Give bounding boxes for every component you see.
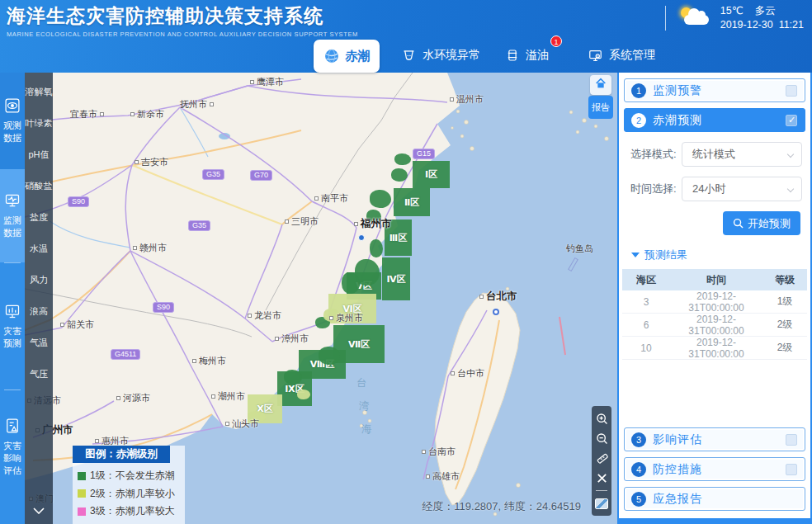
sidebar-item-disaster-forecast[interactable]: 灾害预测 (0, 262, 25, 389)
chevron-down-icon (787, 186, 794, 192)
sidebar-item-observation-data[interactable]: 观测数据 (0, 73, 25, 169)
right-panel: 1 监测预警 2 赤潮预测 选择模式: 统计模式 时间选择: 24小时 (617, 73, 812, 524)
clear-icon[interactable] (592, 468, 611, 488)
tab-oil-spill[interactable]: 溢油 1 (505, 43, 549, 68)
strait-label-char: 湾 (359, 399, 370, 413)
legend-swatch (78, 489, 86, 498)
forecast-results-header[interactable]: 预测结果 (631, 248, 810, 262)
map-canvas[interactable]: Ⅰ区Ⅱ区Ⅲ区Ⅳ区Ⅴ区Ⅵ区Ⅶ区Ⅷ区Ⅸ区Ⅹ区 鹰潭市抚州市宜春市新余市吉安市南平市三… (25, 73, 617, 524)
submenu-item-气温[interactable]: 气温 (25, 327, 53, 358)
report-button[interactable]: 报告 (588, 96, 613, 119)
step-checkbox[interactable] (786, 115, 797, 126)
island-label: 钓鱼岛 (566, 243, 593, 255)
mode-select[interactable]: 统计模式 (682, 142, 802, 167)
submenu-item-pH值[interactable]: pH值 (25, 139, 53, 170)
tab-label: 水环境异常 (423, 48, 480, 63)
legend-title: 图例：赤潮级别 (73, 446, 170, 463)
monitor-pulse-icon (4, 192, 21, 209)
step-label: 应急报告 (653, 492, 702, 507)
submenu-item-浪高[interactable]: 浪高 (25, 295, 53, 327)
weather-widget: 15℃多云 2019-12-30 11:21 (665, 4, 804, 32)
panel-bottom-bar (619, 518, 810, 524)
sidebar-item-label: 观测数据 (2, 120, 22, 144)
step-checkbox[interactable] (786, 85, 797, 97)
step-checkbox[interactable] (786, 464, 797, 475)
zoom-in-icon[interactable] (592, 408, 611, 428)
oil-barrel-icon (505, 48, 520, 63)
results-table-header: 海区 时间 等级 (622, 269, 807, 290)
tab-label: 溢油 (526, 48, 549, 63)
tab-label: 系统管理 (609, 48, 655, 63)
sidebar-item-monitoring-data[interactable]: 监测数据 (0, 169, 25, 262)
zoom-out-icon[interactable] (592, 428, 611, 448)
weather-date-line: 2019-12-30 11:21 (720, 18, 804, 32)
step-control-measures[interactable]: 4 防控措施 (624, 457, 805, 481)
results-table-row: 102019-12-31T00:00:002级 (622, 337, 807, 360)
legend-swatch (78, 472, 86, 480)
submenu-item-溶解氧[interactable]: 溶解氧 (25, 76, 53, 107)
toolbar-divider (596, 490, 607, 491)
step-number-badge: 4 (631, 462, 646, 477)
step-emergency-report[interactable]: 5 应急报告 (624, 487, 805, 511)
time-select[interactable]: 24小时 (682, 177, 802, 201)
step-number-badge: 2 (631, 113, 646, 128)
legend-item: 2级：赤潮几率较小 (78, 487, 175, 501)
step-number-badge: 5 (631, 492, 646, 507)
strait-label-char: 台 (356, 376, 367, 390)
mode-label: 选择模式: (630, 147, 682, 162)
submenu-item-气压[interactable]: 气压 (25, 358, 53, 389)
submenu-item-硝酸盐[interactable]: 硝酸盐 (25, 170, 53, 201)
page-subtitle: MARINE ECOLOGICAL DISASTER PREVENTION AN… (7, 31, 358, 38)
parameter-submenu: 溶解氧叶绿素pH值硝酸盐盐度水温风力浪高气温气压 (25, 73, 53, 524)
sidebar-item-label: 监测数据 (2, 215, 22, 239)
submenu-item-风力[interactable]: 风力 (25, 264, 53, 295)
home-icon (594, 77, 607, 93)
results-table-row: 62019-12-31T00:00:002级 (622, 314, 807, 337)
sidebar-item-impact-assessment[interactable]: 灾害影响评估 (0, 389, 25, 505)
beaker-icon (401, 48, 417, 64)
overview-map-icon[interactable] (592, 493, 611, 513)
step-label: 赤潮预测 (653, 113, 702, 128)
measure-icon[interactable] (592, 448, 611, 468)
mode-row: 选择模式: 统计模式 (630, 142, 802, 167)
step-monitoring-warning[interactable]: 1 监测预警 (624, 78, 805, 102)
brand: 海洋生态灾害防控辅助决策支持系统 MARINE ECOLOGICAL DISAS… (7, 3, 358, 38)
submenu-item-水温[interactable]: 水温 (25, 233, 53, 264)
map-legend: 图例：赤潮级别 1级：不会发生赤潮2级：赤潮几率较小3级：赤潮几率较大 (73, 446, 185, 524)
submenu-item-盐度[interactable]: 盐度 (25, 201, 53, 233)
step-label: 防控措施 (653, 462, 702, 477)
tab-label: 赤潮 (346, 49, 371, 64)
step-label: 影响评估 (653, 432, 702, 447)
chevron-down-icon (787, 151, 794, 158)
start-predict-button[interactable]: 开始预测 (723, 211, 800, 235)
page-title: 海洋生态灾害防控辅助决策支持系统 (7, 3, 358, 29)
mode-value: 统计模式 (692, 147, 735, 162)
legend-swatch (78, 507, 86, 516)
results-table-row: 32019-12-31T00:00:001级 (622, 290, 807, 314)
partly-cloudy-icon (677, 4, 714, 32)
step-redtide-forecast[interactable]: 2 赤潮预测 (624, 108, 805, 132)
step-number-badge: 1 (631, 83, 646, 98)
weather-temp-line: 15℃多云 (720, 4, 804, 18)
report-document-icon (4, 418, 21, 434)
sidebar-item-label: 灾害预测 (2, 325, 22, 350)
header: 海洋生态灾害防控辅助决策支持系统 MARINE ECOLOGICAL DISAS… (0, 0, 812, 73)
collapse-chevron-icon[interactable] (25, 503, 53, 517)
app: Ⅰ区Ⅱ区Ⅲ区Ⅳ区Ⅴ区Ⅵ区Ⅶ区Ⅷ区Ⅸ区Ⅹ区 鹰潭市抚州市宜春市新余市吉安市南平市三… (0, 0, 812, 524)
time-value: 24小时 (692, 182, 725, 196)
tab-red-tide[interactable]: 赤潮 (314, 40, 380, 73)
tab-system-management[interactable]: 系统管理 (588, 43, 655, 68)
triangle-down-icon (631, 253, 640, 257)
tab-water-anomaly[interactable]: 水环境异常 (401, 43, 480, 68)
submenu-item-叶绿素[interactable]: 叶绿素 (25, 107, 53, 139)
step-impact-assessment[interactable]: 3 影响评估 (624, 427, 805, 451)
map-home-button[interactable] (590, 75, 611, 95)
step-label: 监测预警 (653, 83, 702, 98)
cursor-coordinates: 经度：119.2807, 纬度：24.64519 (422, 499, 581, 514)
globe-icon (323, 48, 340, 64)
notification-badge: 1 (550, 35, 562, 47)
bottom-steps: 3 影响评估 4 防控措施 5 应急报告 (619, 422, 810, 511)
sidebar-item-label: 灾害影响评估 (2, 440, 22, 477)
step-checkbox[interactable] (786, 434, 797, 446)
time-row: 时间选择: 24小时 (630, 177, 802, 201)
